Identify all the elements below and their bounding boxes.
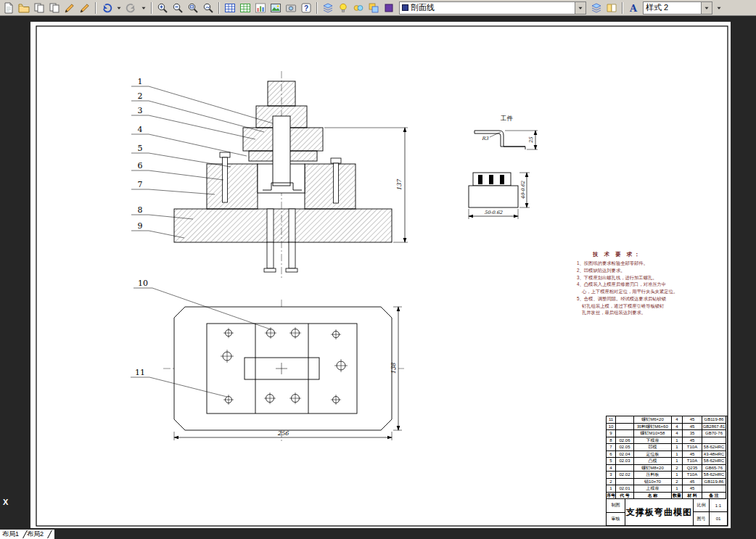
- bom-header-cell: 序号: [607, 493, 616, 500]
- bom-cell: 7: [607, 444, 616, 451]
- drawing-sheet[interactable]: 137 1 2 3 4 5 6 7 8 9: [30, 22, 731, 528]
- bom-table: 11螺钉M6×20445GB119-8610卸料螺钉M6×60445GB2867…: [607, 416, 727, 499]
- pen-icon[interactable]: [78, 1, 92, 15]
- dim-wp-width: 50-0.62: [485, 210, 504, 215]
- bom-cell: 58-62HRC: [702, 458, 726, 465]
- help-icon[interactable]: [299, 1, 313, 15]
- zoom-in-icon[interactable]: [155, 1, 170, 15]
- bom-cell: 压料板: [634, 472, 672, 479]
- bom-cell: 定位板: [634, 451, 672, 458]
- techreq-line: 孔并攻丝，最后组装达到要求。: [577, 309, 719, 316]
- bom-header-cell: 数量: [672, 493, 683, 500]
- bom-cell: 螺钉M8×20: [634, 465, 672, 472]
- balloon-3: 3: [138, 106, 143, 115]
- bom-header-cell: 名 称: [634, 493, 672, 500]
- bom-cell: 6: [607, 451, 616, 458]
- layers-icon[interactable]: [321, 1, 335, 15]
- redo-icon[interactable]: [124, 1, 139, 15]
- undo-icon[interactable]: [99, 1, 114, 15]
- bom-cell: 卸料螺钉M6×60: [634, 424, 672, 431]
- open-icon[interactable]: [17, 1, 31, 15]
- bom-cell: GB65-76: [702, 465, 726, 472]
- bom-cell: 1: [672, 444, 683, 451]
- clone-icon[interactable]: [366, 1, 381, 15]
- table-icon[interactable]: [223, 1, 237, 15]
- chevron-down-icon[interactable]: [701, 2, 712, 14]
- bom-cell: 销10×70: [634, 479, 672, 486]
- bom-cell: 1: [672, 472, 683, 479]
- bom-cell: 45: [683, 451, 702, 458]
- zoom-extents-icon[interactable]: [201, 1, 215, 15]
- paste-icon[interactable]: [47, 1, 62, 15]
- bom-cell: 3: [607, 472, 616, 479]
- grid-icon[interactable]: [238, 1, 252, 15]
- balloon-6: 6: [138, 161, 143, 170]
- bom-cell: 45: [683, 479, 702, 486]
- chart-icon[interactable]: [253, 1, 268, 15]
- techreq-line: 钉孔组装上模，通过下模座引锥导板锁钉: [577, 303, 719, 310]
- tab-separator: [43, 530, 52, 538]
- dim-wp-height: 25: [528, 136, 534, 143]
- sheet-value: 01: [710, 512, 727, 525]
- drafter-label: 制图: [607, 499, 625, 513]
- overflow-down-icon[interactable]: [715, 1, 723, 15]
- bom-cell: 下模座: [634, 437, 672, 445]
- techreq-line: 2、凹模缺陷达到要求。: [577, 267, 719, 274]
- image-icon[interactable]: [268, 1, 283, 15]
- bom-cell: 2: [672, 479, 683, 486]
- techreq-lines: 1、按图纸的要求检验全部零部件。2、凹模缺陷达到要求。3、下模座划出螺孔线，进行…: [577, 260, 719, 316]
- bom-cell: 02.01: [616, 485, 634, 493]
- bom-cell: 5: [607, 458, 616, 465]
- workpiece-views: 工件 R3 25 50-0.62: [469, 115, 538, 219]
- style-book-icon[interactable]: [604, 1, 619, 15]
- balloon-11: 11: [135, 368, 145, 377]
- swatch-icon[interactable]: [382, 1, 396, 15]
- camera-icon[interactable]: [284, 1, 298, 15]
- tab-separator: [18, 530, 28, 538]
- undo-caret-icon[interactable]: [115, 1, 123, 15]
- scale-value: 1:1: [710, 499, 727, 512]
- bom-cell: Q235: [683, 465, 702, 472]
- text-style-select[interactable]: 样式 2: [643, 1, 712, 15]
- copy-icon[interactable]: [32, 1, 46, 15]
- layer-manager-icon[interactable]: [589, 1, 604, 15]
- balloon-1: 1: [138, 77, 143, 86]
- bom-cell: 2: [607, 479, 616, 486]
- toolbar-separator: [316, 2, 318, 14]
- title-block: 11螺钉M6×20445GB119-8610卸料螺钉M6×60445GB2867…: [606, 416, 728, 526]
- main-toolbar: 剖面线 样式 2: [0, 0, 756, 16]
- bom-cell: [616, 424, 634, 431]
- techreq-line: 5、合模、调整间隙。经试模达要求后钻铰锁: [577, 295, 719, 303]
- bom-cell: 1: [672, 485, 683, 493]
- bom-cell: [702, 485, 726, 493]
- hatch-style-select[interactable]: 剖面线: [399, 1, 586, 15]
- dim-front-height: 137: [396, 178, 403, 190]
- pencil-icon[interactable]: [62, 1, 77, 15]
- technical-requirements: 技 术 要 求： 1、按图纸的要求检验全部零部件。2、凹模缺陷达到要求。3、下模…: [577, 251, 719, 316]
- bom-cell: 10: [607, 424, 616, 431]
- font-style-icon[interactable]: [626, 1, 641, 15]
- techreq-line: 4、凸模装入上模座后修磨刃口，对准压力中: [577, 281, 719, 288]
- bom-cell: [702, 437, 726, 445]
- new-icon[interactable]: [1, 1, 16, 15]
- bom-cell: 45: [683, 437, 702, 445]
- bom-cell: [616, 416, 634, 424]
- bulb-icon[interactable]: [336, 1, 350, 15]
- redo-caret-icon[interactable]: [139, 1, 148, 15]
- bom-cell: 02.04: [616, 451, 634, 458]
- tab-layout2[interactable]: 布局2: [27, 530, 44, 539]
- circles-icon[interactable]: [351, 1, 366, 15]
- techreq-title: 技 术 要 求：: [593, 251, 719, 258]
- balloon-7: 7: [138, 180, 143, 189]
- toolbar-separator: [218, 2, 220, 14]
- text-style-value: 样式 2: [646, 2, 668, 13]
- bom-cell: 螺钉M10×58: [634, 430, 672, 437]
- tab-layout1[interactable]: 布局1: [2, 530, 19, 539]
- zoom-out-icon[interactable]: [170, 1, 185, 15]
- chevron-down-icon[interactable]: [575, 2, 586, 14]
- balloon-9: 9: [138, 221, 143, 231]
- bom-cell: 45: [683, 424, 702, 431]
- drawing-title: 支撑板弯曲模图: [625, 499, 694, 525]
- zoom-window-icon[interactable]: [186, 1, 200, 15]
- bom-cell: 35: [683, 430, 702, 437]
